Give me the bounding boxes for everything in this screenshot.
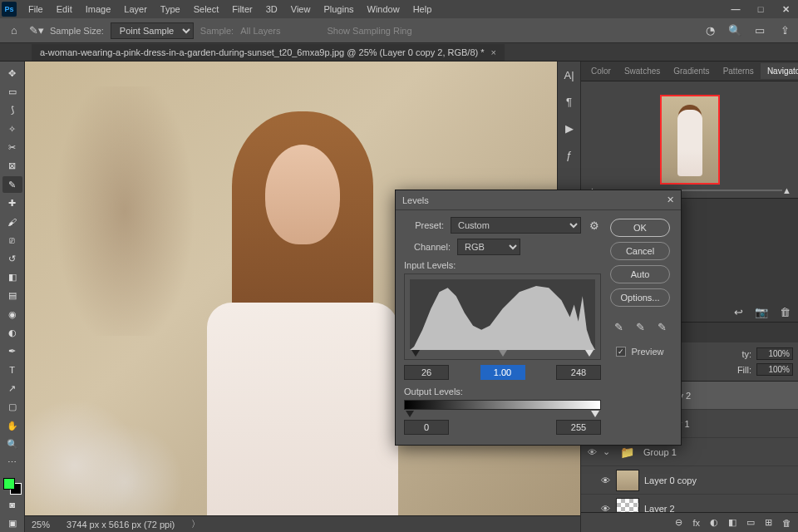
group-icon[interactable]: ▭ xyxy=(746,517,755,528)
menu-layer[interactable]: Layer xyxy=(117,0,154,18)
type-tool[interactable]: T xyxy=(2,362,22,378)
menu-type[interactable]: Type xyxy=(154,0,187,18)
menu-help[interactable]: Help xyxy=(406,0,439,18)
tab-navigator[interactable]: Navigator xyxy=(761,63,798,79)
output-gradient[interactable] xyxy=(404,400,601,410)
dodge-tool[interactable]: ◐ xyxy=(2,324,22,341)
adjustment-icon[interactable]: ◧ xyxy=(728,517,736,528)
output-white-slider[interactable] xyxy=(591,411,599,417)
menu-edit[interactable]: Edit xyxy=(50,0,79,18)
channel-select[interactable]: RGB xyxy=(457,239,520,255)
window-minimize[interactable]: — xyxy=(723,0,748,18)
preset-select[interactable]: Custom xyxy=(451,217,581,234)
menu-plugins[interactable]: Plugins xyxy=(317,0,360,18)
fx-icon[interactable]: fx xyxy=(692,518,700,528)
preset-menu-icon[interactable]: ⚙ xyxy=(588,219,601,232)
input-black[interactable] xyxy=(404,365,449,380)
zoom-level[interactable]: 25% xyxy=(32,520,50,530)
ok-button[interactable]: OK xyxy=(610,219,670,237)
menu-3d[interactable]: 3D xyxy=(259,0,284,18)
opacity-input[interactable] xyxy=(756,347,793,360)
tab-color[interactable]: Color xyxy=(584,63,618,79)
eyedropper-tool[interactable]: ✎ xyxy=(2,176,22,193)
dialog-close-icon[interactable]: ✕ xyxy=(667,195,674,205)
mid-point-slider[interactable] xyxy=(499,350,507,357)
character-panel-icon[interactable]: A| xyxy=(563,68,576,81)
menu-select[interactable]: Select xyxy=(187,0,226,18)
preview-checkbox[interactable]: ✓ Preview xyxy=(616,347,663,357)
actions-panel-icon[interactable]: ▶ xyxy=(563,121,576,135)
group-expand-icon[interactable]: ⌄ xyxy=(603,446,610,457)
glyphs-panel-icon[interactable]: ƒ xyxy=(563,148,576,161)
visibility-icon[interactable]: 👁 xyxy=(599,475,611,485)
blur-tool[interactable]: ◉ xyxy=(2,306,22,323)
layer-row[interactable]: 👁 Layer 0 copy xyxy=(581,466,798,495)
history-brush-tool[interactable]: ↺ xyxy=(2,250,22,267)
trash-icon[interactable]: 🗑 xyxy=(778,305,791,318)
quick-mask-icon[interactable]: ◙ xyxy=(2,496,22,513)
new-layer-icon[interactable]: ⊞ xyxy=(765,517,772,528)
dialog-titlebar[interactable]: Levels ✕ xyxy=(396,190,681,210)
document-tab[interactable]: a-woman-wearing-a-pink-dress-in-a-garden… xyxy=(32,44,505,61)
tab-swatches[interactable]: Swatches xyxy=(618,63,667,79)
output-black-slider[interactable] xyxy=(406,411,414,417)
cancel-button[interactable]: Cancel xyxy=(610,242,670,260)
navigator-thumbnail[interactable] xyxy=(660,95,720,185)
sample-size-select[interactable]: Point Sample xyxy=(111,22,194,39)
gradient-tool[interactable]: ▤ xyxy=(2,288,22,304)
cloud-icon[interactable]: ◔ xyxy=(703,24,717,37)
white-point-slider[interactable] xyxy=(585,350,594,357)
lasso-tool[interactable]: ⟆ xyxy=(2,102,22,119)
pen-tool[interactable]: ✒ xyxy=(2,343,22,360)
window-maximize[interactable]: □ xyxy=(748,0,773,18)
menu-window[interactable]: Window xyxy=(361,0,406,18)
zoom-in-icon[interactable]: ▲ xyxy=(782,185,791,195)
mask-icon[interactable]: ◐ xyxy=(710,517,718,528)
layer-thumb[interactable] xyxy=(616,470,639,491)
home-icon[interactable]: ⌂ xyxy=(5,22,23,40)
menu-view[interactable]: View xyxy=(284,0,318,18)
move-tool[interactable]: ✥ xyxy=(2,65,22,81)
fill-input[interactable] xyxy=(756,363,793,376)
foreground-swatch[interactable] xyxy=(3,478,15,490)
menu-image[interactable]: Image xyxy=(79,0,118,18)
visibility-icon[interactable]: 👁 xyxy=(599,504,611,513)
search-icon[interactable]: 🔍 xyxy=(728,24,741,37)
menu-filter[interactable]: Filter xyxy=(225,0,259,18)
more-tools[interactable]: ⋯ xyxy=(2,455,22,471)
link-layers-icon[interactable]: ⊖ xyxy=(675,517,682,528)
hand-tool[interactable]: ✋ xyxy=(2,417,22,434)
input-white[interactable] xyxy=(556,365,601,380)
black-point-slider[interactable] xyxy=(411,350,420,357)
snapshot-icon[interactable]: 📷 xyxy=(755,305,768,318)
reset-icon[interactable]: ↩ xyxy=(732,305,745,318)
shape-tool[interactable]: ▢ xyxy=(2,399,22,416)
eraser-tool[interactable]: ◧ xyxy=(2,268,22,285)
input-mid[interactable] xyxy=(480,365,525,380)
doc-info-chevron-icon[interactable]: 〉 xyxy=(191,518,200,530)
frame-tool[interactable]: ⊠ xyxy=(2,158,22,175)
tab-gradients[interactable]: Gradients xyxy=(667,63,716,79)
tab-patterns[interactable]: Patterns xyxy=(717,63,761,79)
histogram[interactable] xyxy=(410,279,595,349)
window-close[interactable]: ✕ xyxy=(773,0,798,18)
screen-mode-icon[interactable]: ▣ xyxy=(2,515,22,532)
marquee-tool[interactable]: ▭ xyxy=(2,83,22,100)
black-eyedropper-icon[interactable]: ✎ xyxy=(612,320,625,333)
heal-tool[interactable]: ✚ xyxy=(2,195,22,211)
show-sampling-ring[interactable]: Show Sampling Ring xyxy=(327,26,411,36)
crop-tool[interactable]: ✂ xyxy=(2,139,22,155)
paragraph-panel-icon[interactable]: ¶ xyxy=(563,95,576,108)
tool-preset-icon[interactable]: ✎▾ xyxy=(30,24,43,37)
white-eyedropper-icon[interactable]: ✎ xyxy=(655,320,668,333)
auto-button[interactable]: Auto xyxy=(610,265,670,283)
doc-info[interactable]: 3744 px x 5616 px (72 ppi) xyxy=(66,520,175,530)
options-button[interactable]: Options... xyxy=(610,288,670,307)
layer-name[interactable]: Layer 0 copy xyxy=(644,475,697,485)
delete-layer-icon[interactable]: 🗑 xyxy=(782,518,791,528)
brush-tool[interactable]: 🖌 xyxy=(2,214,22,230)
zoom-tool[interactable]: 🔍 xyxy=(2,436,22,452)
output-black[interactable] xyxy=(404,420,449,435)
stamp-tool[interactable]: ⎚ xyxy=(2,232,22,249)
close-tab-icon[interactable]: × xyxy=(491,47,496,57)
